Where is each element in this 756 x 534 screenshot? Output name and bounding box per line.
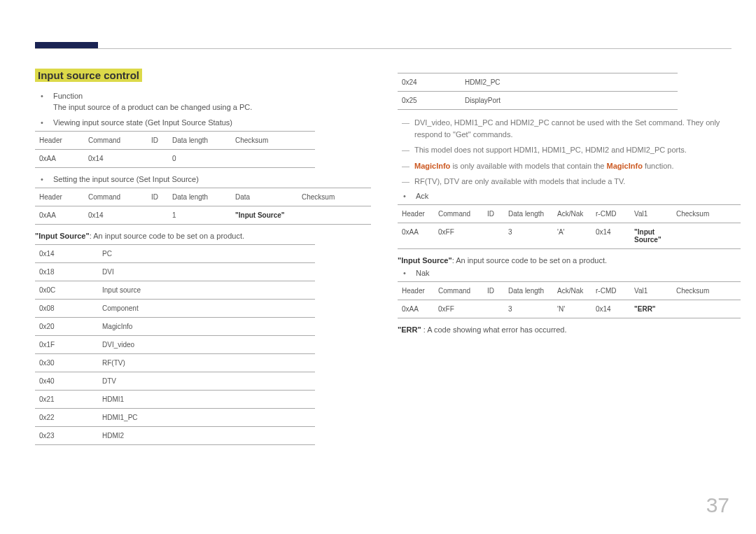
th: ID [147, 132, 168, 150]
note-text: MagicInfo is only available with models … [414, 160, 741, 172]
td: 0x1F [35, 336, 98, 354]
table-nak: Header Command ID Data length Ack/Nak r-… [398, 281, 741, 318]
note-dvi-video: ― DVI_video, HDMI1_PC and HDMI2_PC canno… [402, 117, 741, 140]
td: "ERR" [630, 300, 672, 318]
table-row: 0xAA 0x14 0 [35, 150, 315, 168]
td: Component [98, 300, 315, 318]
table-source-codes-right: 0x24HDMI2_PC0x25DisplayPort [398, 73, 678, 110]
td: 0xFF [434, 300, 483, 318]
td: 0x21 [35, 391, 98, 409]
th: r-CMD [592, 204, 630, 223]
td: DVI_video [98, 336, 315, 354]
table-set-input-source: Header Command ID Data length Data Check… [35, 188, 371, 225]
th: Command [84, 188, 147, 206]
table-row: 0x14PC [35, 245, 315, 263]
th: Data length [168, 132, 231, 150]
bullet-text: Setting the input source (Set Input Sour… [53, 175, 378, 183]
td: 0x14 [592, 300, 630, 318]
td: DTV [98, 372, 315, 391]
dash: ― [402, 160, 414, 172]
th: Data length [504, 204, 553, 223]
bullet-text: Function [53, 92, 378, 100]
td: 0x08 [35, 300, 98, 318]
table-source-codes-left: 0x14PC0x18DVI0x0CInput source0x08Compone… [35, 244, 315, 445]
bullet-ack: • Ack [403, 192, 741, 200]
th: Val1 [630, 281, 672, 300]
note-bold: "Input Source" [398, 256, 452, 265]
td: 3 [504, 223, 553, 248]
note-text: DVI_video, HDMI1_PC and HDMI2_PC cannot … [414, 117, 741, 140]
td: "Input Source" [630, 223, 672, 248]
td: Input source [98, 281, 315, 300]
note-err: "ERR" : A code showing what error has oc… [398, 325, 741, 334]
th: Command [84, 132, 147, 150]
dash: ― [402, 144, 414, 156]
table-row: 0x0CInput source [35, 281, 315, 300]
td: 0x0C [35, 281, 98, 300]
th: Ack/Nak [553, 204, 592, 223]
note-magicinfo: ― MagicInfo is only available with model… [402, 160, 741, 172]
th: Data length [168, 188, 231, 206]
table-row: 0x24HDMI2_PC [398, 73, 678, 92]
bullet-viewing: • Viewing input source state (Get Input … [41, 118, 378, 127]
table-row: 0x23HDMI2 [35, 427, 315, 445]
note-input-source-ack: "Input Source": An input source code to … [398, 256, 741, 265]
th: Data [231, 188, 298, 206]
td [231, 150, 315, 168]
td: 0x40 [35, 372, 98, 391]
td: 0x22 [35, 409, 98, 427]
th: r-CMD [592, 281, 630, 300]
table-row: 0xAA 0xFF 3 'N' 0x14 "ERR" [398, 300, 741, 318]
note-text: : An input source code to be set on a pr… [90, 232, 244, 240]
td [147, 150, 168, 168]
table-row: 0x30RF(TV) [35, 354, 315, 372]
td: PC [98, 245, 315, 263]
bullet-function: • Function [41, 92, 378, 100]
note-text: function. [643, 162, 674, 170]
note-text: : A code showing what error has occurred… [421, 325, 567, 334]
bullet-nak: • Nak [403, 269, 741, 277]
td [483, 223, 504, 248]
bullet-text: Ack [416, 192, 741, 200]
td: HDMI1 [98, 391, 315, 409]
td: 0x14 [84, 206, 147, 225]
td: 0xFF [434, 223, 483, 248]
th: Checksum [672, 281, 741, 300]
dash: ― [402, 176, 414, 188]
td: 1 [168, 206, 231, 225]
td [147, 206, 168, 225]
bullet-text: Viewing input source state (Get Input So… [53, 118, 378, 127]
th: ID [147, 188, 168, 206]
header-rule [35, 42, 732, 49]
magicinfo-word: MagicInfo [414, 162, 450, 170]
td: HDMI2_PC [461, 73, 678, 92]
td [298, 206, 371, 225]
td: 0x14 [35, 245, 98, 263]
table-row: 0x20MagicInfo [35, 318, 315, 336]
table-row: 0x40DTV [35, 372, 315, 391]
table-row: 0x08Component [35, 300, 315, 318]
td: 0xAA [398, 300, 434, 318]
table-row: 0x25DisplayPort [398, 92, 678, 110]
th: Ack/Nak [553, 281, 592, 300]
th: Command [434, 204, 483, 223]
td: 0x14 [84, 150, 147, 168]
note-model-support: ― This model does not support HDMI1, HDM… [402, 144, 741, 156]
td: 'A' [553, 223, 592, 248]
section-title: Input source control [35, 69, 142, 82]
magicinfo-word: MagicInfo [607, 162, 643, 170]
th: Header [35, 188, 84, 206]
th: ID [483, 281, 504, 300]
td: 0xAA [35, 206, 84, 225]
note-input-source: "Input Source": An input source code to … [35, 232, 378, 240]
table-row: 0x1FDVI_video [35, 336, 315, 354]
th: Data length [504, 281, 553, 300]
th: Val1 [630, 204, 672, 223]
td: 3 [504, 300, 553, 318]
th: Header [35, 132, 84, 150]
bullet-text: Nak [416, 269, 741, 277]
table-row: 0x22HDMI1_PC [35, 409, 315, 427]
note-text: : An input source code to be set on a pr… [452, 256, 607, 265]
table-row: 0x21HDMI1 [35, 391, 315, 409]
td: MagicInfo [98, 318, 315, 336]
